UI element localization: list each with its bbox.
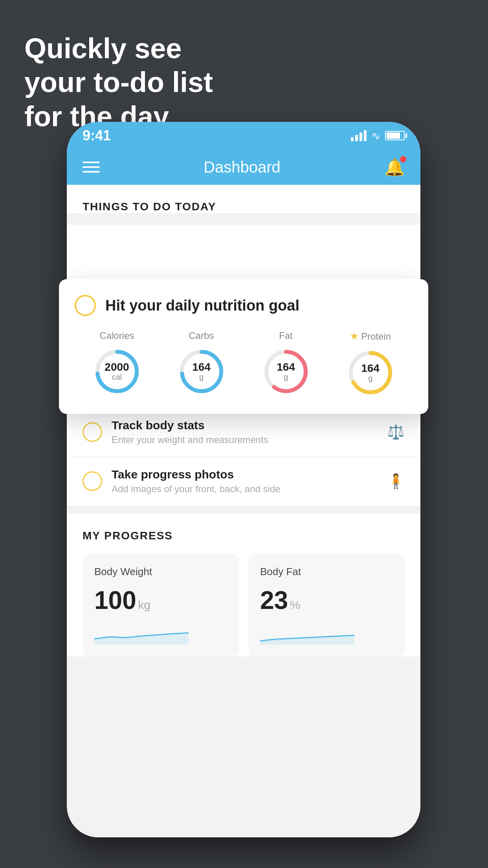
body-fat-unit: % [290,598,301,611]
calories-ring: 2000 cal [92,346,143,397]
card-header: Hit your daily nutrition goal [75,295,413,316]
phone-container: Hit your daily nutrition goal Calories 2… [67,122,420,837]
nav-bar: Dashboard 🔔 [67,149,420,185]
notification-dot [400,156,406,162]
things-section: THINGS TO DO TODAY [67,185,420,213]
body-weight-value-row: 100 kg [94,586,227,615]
todo-item-body-stats[interactable]: Track body stats Enter your weight and m… [67,408,420,457]
hero-line1: Quickly see [24,31,213,65]
protein-ring: 164 g [345,347,396,398]
body-fat-card-title: Body Fat [260,566,393,578]
progress-photos-check-circle [83,471,102,491]
protein-label: ★Protein [350,330,391,342]
body-fat-chart [260,621,393,645]
body-fat-value: 23 [260,586,288,614]
todo-item-progress-photos[interactable]: Take progress photos Add images of your … [67,457,420,506]
signal-icon [351,130,367,141]
body-stats-content: Track body stats Enter your weight and m… [112,419,378,445]
body-stats-check-circle [83,422,102,442]
carbs-item: Carbs 164 g [176,330,227,397]
calories-label: Calories [99,330,134,341]
body-fat-value-row: 23 % [260,586,393,615]
things-section-title: THINGS TO DO TODAY [83,200,405,213]
body-weight-card[interactable]: Body Weight 100 kg [83,554,239,657]
nav-title: Dashboard [204,158,281,176]
carbs-label: Carbs [189,330,214,341]
progress-photos-content: Take progress photos Add images of your … [112,468,378,495]
nutrition-card: Hit your daily nutrition goal Calories 2… [59,279,428,414]
body-weight-unit: kg [138,598,150,611]
progress-section: MY PROGRESS Body Weight 100 kg [67,514,420,657]
protein-item: ★Protein 164 g [345,330,396,398]
body-fat-card[interactable]: Body Fat 23 % [248,554,405,657]
hamburger-menu[interactable] [83,162,100,173]
fat-item: Fat 164 g [261,330,312,397]
star-icon: ★ [350,330,359,342]
calories-item: Calories 2000 cal [92,330,143,397]
body-weight-value: 100 [94,586,136,614]
progress-cards: Body Weight 100 kg Body Fat [83,554,405,657]
phone-frame: 9:41 ∿ Dashboard [67,122,420,837]
nutrition-circle-check[interactable] [75,295,96,316]
body-weight-chart [94,621,227,645]
fat-label: Fat [279,330,293,341]
progress-photos-subtitle: Add images of your front, back, and side [112,484,378,495]
hero-line2: your to-do list [24,65,213,99]
person-icon: 🧍 [387,473,405,489]
body-weight-card-title: Body Weight [94,566,227,578]
body-stats-title: Track body stats [112,419,378,432]
fat-ring: 164 g [261,346,312,397]
status-bar: 9:41 ∿ [67,122,420,149]
bell-icon[interactable]: 🔔 [384,158,405,177]
wifi-icon: ∿ [371,129,380,142]
body-stats-subtitle: Enter your weight and measurements [112,434,378,445]
nutrition-row: Calories 2000 cal Carbs [75,330,413,398]
scale-icon: ⚖️ [387,424,405,440]
status-icons: ∿ [351,129,405,142]
status-time: 9:41 [83,127,111,144]
battery-icon [385,131,405,140]
progress-photos-title: Take progress photos [112,468,378,481]
hero-text: Quickly see your to-do list for the day. [24,31,213,133]
nutrition-card-title: Hit your daily nutrition goal [105,297,299,314]
progress-section-title: MY PROGRESS [83,530,405,542]
carbs-ring: 164 g [176,346,227,397]
